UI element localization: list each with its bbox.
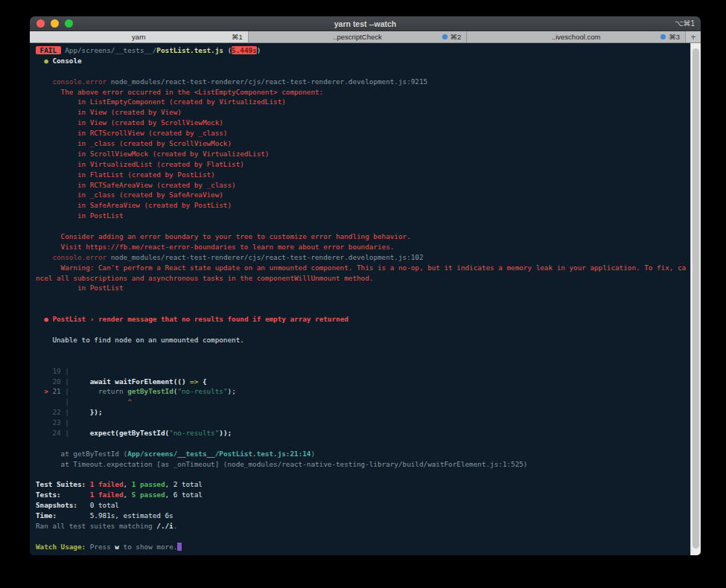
terminal-line: at Timeout.expectation [as _onTimeout] (… xyxy=(36,459,689,470)
terminal-line: in PostList xyxy=(36,283,689,293)
minimize-button[interactable] xyxy=(51,19,59,28)
terminal-line xyxy=(36,304,689,314)
terminal-line xyxy=(36,293,689,304)
terminal-line xyxy=(36,66,689,77)
activity-dot-icon xyxy=(442,34,448,39)
terminal-line xyxy=(36,470,689,480)
terminal-line: > 21 | return getByTestId("no-results"); xyxy=(36,386,689,397)
terminal-line: console.error node_modules/react-test-re… xyxy=(36,252,689,263)
tab-typescript-check[interactable]: ..pescriptCheck ⌘2 xyxy=(249,31,468,42)
terminal-line: 20 | await waitForElement(() => { xyxy=(36,377,689,387)
tab-bar: yarn ⌘1 ..pescriptCheck ⌘2 ..iveschool.c… xyxy=(30,31,701,43)
terminal-line xyxy=(36,221,689,231)
tab-label: yarn xyxy=(132,33,145,41)
terminal-line: in PostList xyxy=(36,211,689,221)
terminal-line: in VirtualizedList (created by FlatList) xyxy=(36,159,689,170)
terminal-line xyxy=(36,531,689,542)
window-title: yarn test --watch xyxy=(30,19,701,28)
scrollbar[interactable] xyxy=(690,43,701,555)
traffic-lights xyxy=(30,19,73,28)
tab-yarn[interactable]: yarn ⌘1 xyxy=(30,31,249,42)
terminal-line: Ran all test suites matching /./i. xyxy=(36,521,689,531)
window-titlebar[interactable]: yarn test --watch ⌥⌘1 xyxy=(30,16,701,31)
terminal-line: in ScrollViewMock (created by Virtualize… xyxy=(36,149,689,159)
terminal-line: The above error occurred in the <ListEmp… xyxy=(36,87,689,98)
terminal-window: yarn test --watch ⌥⌘1 yarn ⌘1 ..pescript… xyxy=(30,16,701,555)
activity-dot-icon xyxy=(660,34,666,39)
terminal-line xyxy=(36,356,689,366)
terminal-line: Unable to find node on an unmounted comp… xyxy=(36,335,689,345)
terminal-line: console.error node_modules/react-test-re… xyxy=(36,77,689,87)
tab-label: ..iveschool.com xyxy=(552,33,600,41)
terminal-line: Test Suites: 1 failed, 1 passed, 2 total xyxy=(36,479,689,490)
terminal-line: FAIL App/screens/__tests__/PostList.test… xyxy=(36,45,689,56)
terminal-line: in RCTScrollView (created by _class) xyxy=(36,128,689,138)
terminal-line: in SafeAreaView (created by PostList) xyxy=(36,200,689,211)
terminal-output[interactable]: FAIL App/screens/__tests__/PostList.test… xyxy=(36,45,689,555)
terminal-content: FAIL App/screens/__tests__/PostList.test… xyxy=(30,43,701,555)
terminal-line: in _class (created by SafeAreaView) xyxy=(36,190,689,200)
terminal-line: Snapshots: 0 total xyxy=(36,500,689,511)
terminal-line: Tests: 1 failed, 5 passed, 6 total xyxy=(36,490,689,500)
tab-shortcut: ⌘1 xyxy=(232,33,243,41)
terminal-line: | ^ xyxy=(36,397,689,407)
terminal-line: at getByTestId (App/screens/__tests__/Po… xyxy=(36,449,689,459)
terminal-line: ncel all subscriptions and asynchronous … xyxy=(36,273,689,284)
terminal-line xyxy=(36,325,689,335)
window-shortcut-hint: ⌥⌘1 xyxy=(675,19,695,28)
tab-shortcut: ⌘3 xyxy=(669,33,680,41)
close-button[interactable] xyxy=(36,19,45,28)
tab-liveschool[interactable]: ..iveschool.com ⌘3 xyxy=(467,31,686,42)
terminal-line: 23 | xyxy=(36,418,689,428)
tab-label: ..pescriptCheck xyxy=(333,33,381,41)
tab-shortcut: ⌘2 xyxy=(450,33,462,41)
scrollbar-thumb[interactable] xyxy=(692,48,699,549)
terminal-line: 19 | xyxy=(36,366,689,377)
terminal-line: 24 | expect(getByTestId("no-results")); xyxy=(36,428,689,438)
terminal-line: ● Console xyxy=(36,56,689,66)
terminal-line: in ListEmptyComponent (created by Virtua… xyxy=(36,97,689,107)
terminal-line: in FlatList (created by PostList) xyxy=(36,170,689,180)
new-tab-button[interactable]: + xyxy=(686,31,701,42)
terminal-line: in View (created by ScrollViewMock) xyxy=(36,118,689,128)
terminal-line: in _class (created by ScrollViewMock) xyxy=(36,138,689,149)
terminal-line: in View (created by View) xyxy=(36,107,689,118)
terminal-line: Time: 5.981s, estimated 6s xyxy=(36,511,689,521)
zoom-button[interactable] xyxy=(65,19,73,28)
terminal-line: 22 | }); xyxy=(36,407,689,418)
terminal-line: Warning: Can't perform a React state upd… xyxy=(36,263,689,273)
terminal-line: Consider adding an error boundary to you… xyxy=(36,231,689,242)
terminal-line xyxy=(36,345,689,356)
terminal-line: ● PostList › render message that no resu… xyxy=(36,314,689,325)
terminal-line xyxy=(36,438,689,449)
terminal-line: Watch Usage: Press w to show more. xyxy=(36,542,689,552)
terminal-line: in RCTSafeAreaView (created by _class) xyxy=(36,180,689,191)
terminal-line: Visit https://fb.me/react-error-boundari… xyxy=(36,242,689,252)
